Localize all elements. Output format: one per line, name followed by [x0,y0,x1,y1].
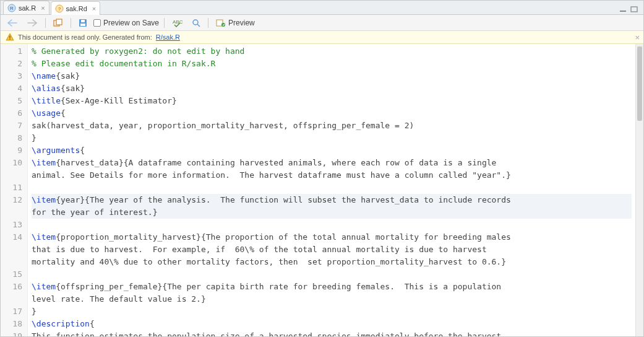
maximize-pane-icon[interactable] [630,6,640,14]
code-line[interactable]: \item{proportion_mortality_harvest}{The … [32,231,632,243]
spellcheck-button[interactable]: ABC [170,17,186,28]
svg-line-13 [197,24,200,27]
svg-rect-17 [9,39,10,40]
separator [208,18,208,28]
close-icon[interactable]: × [41,4,45,12]
code-line[interactable]: \item{offspring_per_female}{The per capi… [32,281,632,293]
code-line[interactable]: This function estimates the population s… [32,330,632,336]
save-icon [79,19,87,27]
code-line[interactable]: mortality and 40\% due to other mortalit… [32,256,632,268]
readonly-banner: This document is read only. Generated fr… [1,31,643,44]
tab-label: sak.R [19,4,36,12]
code-line[interactable]: sak(harvest_data, year, proportion_morta… [32,120,632,132]
code-line[interactable]: \title{Sex-Age-Kill Estimator} [32,95,632,107]
code-line[interactable]: that is due to harvest. For example, if … [32,243,632,256]
back-arrow-icon [7,19,18,27]
scrollbar-thumb[interactable] [637,46,642,121]
code-area[interactable]: % Generated by roxygen2: do not edit by … [28,44,635,336]
back-button[interactable] [4,17,20,28]
close-icon[interactable]: × [635,33,640,42]
code-line[interactable]: animal. See Details for more information… [32,169,632,182]
preview-button[interactable]: Preview [213,17,257,28]
svg-rect-5 [631,7,637,12]
warning-icon [6,33,14,42]
r-file-icon: R [7,4,16,12]
code-line[interactable]: } [32,132,632,144]
svg-point-12 [193,20,198,25]
separator [45,18,46,28]
code-line[interactable]: \description{ [32,318,632,330]
vertical-scrollbar[interactable] [635,44,643,336]
separator [164,18,165,28]
code-line[interactable]: \usage{ [32,107,632,120]
svg-rect-4 [620,11,626,12]
rd-file-icon: ? [55,4,64,13]
code-line[interactable]: % Please edit documentation in R/sak.R [32,58,632,70]
code-line[interactable]: \name{sak} [32,70,632,82]
svg-point-15 [221,23,225,27]
search-icon [192,19,200,27]
separator [71,18,71,28]
svg-rect-10 [81,20,85,22]
popout-icon [53,19,63,27]
tab-label: sak.Rd [66,5,87,12]
code-line[interactable]: for the year of interest.} [32,206,632,219]
code-line[interactable]: \item{year}{The year of the analysis. Th… [32,194,632,206]
code-line[interactable]: } [32,305,632,318]
show-in-new-window-button[interactable] [51,17,66,28]
checkbox-box [93,19,101,27]
code-line[interactable]: % Generated by roxygen2: do not edit by … [32,45,632,58]
forward-button[interactable] [24,17,40,28]
spellcheck-icon: ABC [172,19,183,27]
code-line[interactable] [32,268,632,281]
code-line[interactable]: \item{harvest_data}{A dataframe containi… [32,157,632,169]
minimize-pane-icon[interactable] [619,6,629,14]
close-icon[interactable]: × [92,5,96,12]
svg-rect-16 [9,36,10,38]
preview-on-save-checkbox[interactable]: Preview on Save [93,19,159,27]
code-line[interactable] [32,219,632,231]
forward-arrow-icon [27,19,38,27]
banner-link[interactable]: R/sak.R [156,33,180,41]
svg-text:R: R [10,6,14,11]
tab-bar: R sak.R × ? sak.Rd × [1,1,643,15]
preview-icon [216,19,226,27]
code-line[interactable]: level rate. The default value is 2.} [32,293,632,305]
tab-sak-r[interactable]: R sak.R × [3,1,49,14]
find-button[interactable] [189,17,203,28]
svg-rect-9 [80,24,85,26]
window-controls [619,6,640,14]
toolbar: Preview on Save ABC Preview [1,15,643,31]
line-gutter: 12345678910.1112.1314..1516.171819. [1,44,28,336]
save-button[interactable] [76,17,90,28]
code-line[interactable] [32,182,632,194]
preview-label: Preview [228,19,255,27]
code-line[interactable]: \alias{sak} [32,82,632,95]
checkbox-label: Preview on Save [103,19,159,27]
svg-text:?: ? [58,6,61,12]
editor[interactable]: 12345678910.1112.1314..1516.171819. % Ge… [1,44,643,336]
svg-rect-7 [56,19,62,25]
tab-sak-rd[interactable]: ? sak.Rd × [51,1,101,15]
svg-text:ABC: ABC [173,19,183,25]
code-line[interactable]: \arguments{ [32,144,632,157]
banner-text: This document is read only. Generated fr… [18,33,152,41]
